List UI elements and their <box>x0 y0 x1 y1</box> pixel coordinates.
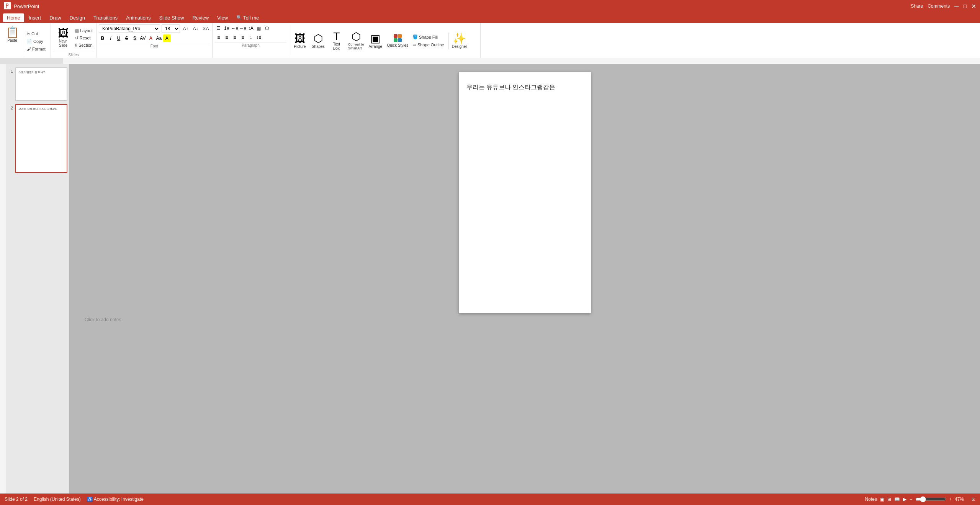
ruler-vertical <box>0 64 6 494</box>
align-center-button[interactable]: ≡ <box>223 34 231 41</box>
justify-button[interactable]: ≡ <box>239 34 247 41</box>
smartart-icon: ⬡ <box>352 31 361 42</box>
cut-button[interactable]: ✂ Cut <box>26 31 47 37</box>
line-spacing-button[interactable]: ↕ <box>247 34 255 41</box>
add-notes-label[interactable]: Click to add notes <box>85 317 121 322</box>
slides-label: Slides <box>53 52 94 57</box>
copy-button[interactable]: 📄 Copy <box>26 38 47 45</box>
normal-view-button[interactable]: ▣ <box>880 497 884 502</box>
font-name-row: KoPubBatang_Pro 18 A↑ A↓ ✕A <box>99 25 210 33</box>
paste-button[interactable]: 📋 Paste <box>4 26 21 44</box>
slide-thumb-2[interactable]: 2 우리는 유튜브나 인스타그램같은 <box>8 104 67 173</box>
slide-thumbnail-1[interactable]: 스토리텔링이란 뭐냐? <box>15 67 67 101</box>
bold-button[interactable]: B <box>99 34 106 42</box>
numbering-button[interactable]: 1≡ <box>223 25 231 32</box>
ribbon: 📋 Paste ✂ Cut 📄 Copy 🖌 Format � <box>0 23 980 58</box>
arrange-button[interactable]: ▣ Arrange <box>367 32 384 50</box>
status-right: Notes ▣ ⊞ 📖 ▶ − + 47% ⊡ <box>865 496 975 502</box>
accessibility-info: ♿ Accessibility: Investigate <box>87 497 144 502</box>
cut-icon: ✂ <box>27 31 30 36</box>
zoom-in-button[interactable]: + <box>949 497 952 502</box>
status-bar: Slide 2 of 2 English (United States) ♿ A… <box>0 494 980 505</box>
menu-insert[interactable]: Insert <box>25 13 45 22</box>
quick-styles-button[interactable]: Quick Styles <box>385 33 410 49</box>
share-button[interactable]: Share <box>911 3 923 9</box>
align-left-button[interactable]: ≡ <box>215 34 223 41</box>
shadow-button[interactable]: S <box>131 34 139 42</box>
picture-icon: 🖼 <box>294 33 305 44</box>
columns-button[interactable]: ▦ <box>255 25 263 32</box>
menu-home[interactable]: Home <box>3 13 24 22</box>
underline-button[interactable]: U <box>115 34 123 42</box>
zoom-level[interactable]: 47% <box>955 497 969 502</box>
menu-design[interactable]: Design <box>66 13 89 22</box>
clear-format-button[interactable]: ✕A <box>201 25 210 33</box>
font-size-select[interactable]: 18 <box>162 25 180 33</box>
zoom-slider[interactable] <box>915 496 946 502</box>
new-slide-button[interactable]: 🖼 NewSlide <box>53 27 73 49</box>
text-direction-button[interactable]: ↕A <box>247 25 255 32</box>
close-button[interactable]: ✕ <box>971 3 976 10</box>
section-button[interactable]: § Section <box>74 42 94 48</box>
menu-tellme[interactable]: 🔍Tell me <box>232 13 263 22</box>
textbox-icon: T <box>333 31 340 42</box>
copy-icon: 📄 <box>27 39 32 44</box>
zoom-out-button[interactable]: − <box>910 497 912 502</box>
align-right-button[interactable]: ≡ <box>231 34 239 41</box>
font-case-button[interactable]: Aa <box>155 34 163 42</box>
font-size-decrease-button[interactable]: A↓ <box>191 25 200 33</box>
menu-view[interactable]: View <box>213 13 232 22</box>
svg-rect-0 <box>63 58 829 64</box>
slide-main-text[interactable]: 우리는 유튜브나 인스타그램같은 <box>466 83 583 92</box>
ruler-corner <box>0 58 63 64</box>
menu-draw[interactable]: Draw <box>46 13 65 22</box>
slide-sorter-button[interactable]: ⊞ <box>887 497 891 502</box>
textbox-button[interactable]: T TextBox <box>328 30 345 52</box>
minimize-button[interactable]: ─ <box>954 3 959 10</box>
slide-thumbnail-2[interactable]: 우리는 유튜브나 인스타그램같은 <box>15 104 67 173</box>
comments-button[interactable]: Comments <box>928 3 950 9</box>
smartart-convert-button[interactable]: ⬡ <box>263 25 271 32</box>
maximize-button[interactable]: □ <box>964 3 967 9</box>
format-button[interactable]: 🖌 Format <box>26 46 47 52</box>
strikethrough-button[interactable]: S <box>123 34 131 42</box>
vertical-align-button[interactable]: ↕≡ <box>255 34 263 41</box>
shapes-button[interactable]: ⬡ Shapes <box>310 32 327 50</box>
reset-button[interactable]: ↺ Reset <box>74 35 94 41</box>
slide-canvas[interactable]: 우리는 유튜브나 인스타그램같은 <box>459 72 591 313</box>
italic-button[interactable]: I <box>107 34 115 42</box>
notes-button[interactable]: Notes <box>865 497 877 502</box>
canvas-area: 우리는 유튜브나 인스타그램같은 Click to add notes <box>69 64 980 494</box>
increase-indent-button[interactable]: →≡ <box>239 25 247 32</box>
layout-button[interactable]: ▦ Layout <box>74 28 94 34</box>
menu-transitions[interactable]: Transitions <box>90 13 121 22</box>
app-icon: 🅿 <box>4 2 11 10</box>
designer-button[interactable]: ✨ Designer <box>448 32 469 50</box>
title-bar-left: 🅿 PowerPoint <box>4 2 39 10</box>
font-name-select[interactable]: KoPubBatang_Pro <box>99 25 160 33</box>
slideshow-view-button[interactable]: ▶ <box>903 497 906 502</box>
shape-outline-button[interactable]: ▭ Shape Outline <box>411 41 445 48</box>
reading-view-button[interactable]: 📖 <box>894 497 900 502</box>
picture-button[interactable]: 🖼 Picture <box>291 32 308 50</box>
menu-slideshow[interactable]: Slide Show <box>155 13 188 22</box>
menu-animations[interactable]: Animations <box>122 13 154 22</box>
char-spacing-button[interactable]: AV <box>139 34 147 42</box>
shape-fill-button[interactable]: 🪣 Shape Fill <box>411 34 445 40</box>
menu-review[interactable]: Review <box>188 13 213 22</box>
bullets-button[interactable]: ☰ <box>215 25 223 32</box>
language-info: English (United States) <box>34 497 81 502</box>
arrange-icon: ▣ <box>370 33 380 44</box>
decrease-indent-button[interactable]: ←≡ <box>231 25 239 32</box>
slide-thumb-1[interactable]: 1 스토리텔링이란 뭐냐? <box>8 67 67 101</box>
shapes-icon: ⬡ <box>314 33 323 44</box>
font-color-button[interactable]: A <box>147 34 155 42</box>
fit-slide-button[interactable]: ⊡ <box>972 497 975 502</box>
slide-info: Slide 2 of 2 <box>5 497 28 502</box>
shape-outline-icon: ▭ <box>412 42 416 47</box>
menu-bar: Home Insert Draw Design Transitions Anim… <box>0 12 980 23</box>
font-size-increase-button[interactable]: A↑ <box>182 25 190 33</box>
highlight-button[interactable]: A <box>163 34 171 42</box>
convert-smartart-button[interactable]: ⬡ Convert toSmartArt <box>347 30 366 51</box>
accessibility-icon: ♿ <box>87 497 93 502</box>
